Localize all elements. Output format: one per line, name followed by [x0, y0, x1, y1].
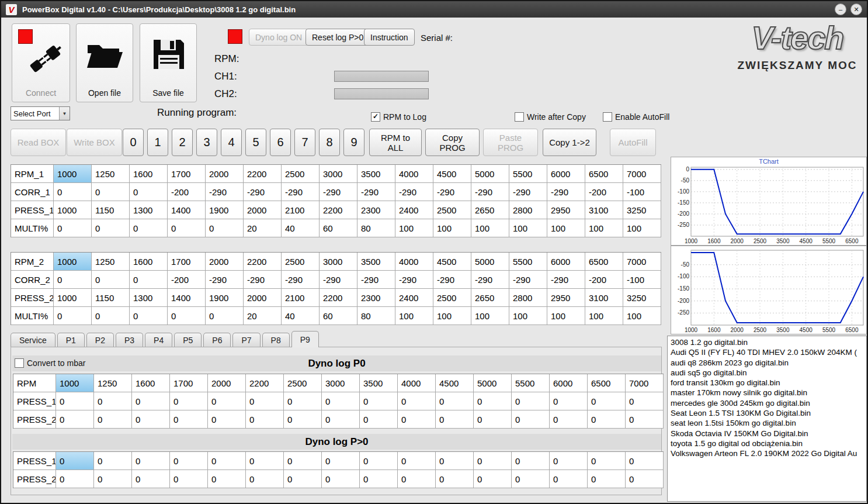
- table-cell[interactable]: 3100: [585, 289, 623, 307]
- rpm-to-log-checkbox[interactable]: ✓ RPM to Log: [371, 112, 426, 122]
- digit-button-2[interactable]: 2: [172, 129, 193, 156]
- table-cell[interactable]: 1300: [130, 201, 168, 219]
- table-cell[interactable]: 0: [246, 410, 284, 429]
- table-cell[interactable]: 100: [433, 219, 471, 237]
- table-cell[interactable]: 0: [322, 410, 360, 429]
- tab-p1[interactable]: P1: [57, 333, 85, 347]
- digit-button-3[interactable]: 3: [196, 129, 217, 156]
- minimize-button[interactable]: –: [835, 4, 846, 15]
- table-cell[interactable]: 0: [550, 392, 588, 410]
- table-cell[interactable]: 0: [284, 410, 322, 429]
- table-cell[interactable]: 0: [94, 410, 132, 429]
- table-cell[interactable]: 5000: [474, 374, 512, 392]
- table-cell[interactable]: -290: [282, 271, 320, 289]
- enable-autofill-checkbox[interactable]: ✓ Enable AutoFill: [603, 112, 669, 122]
- table-cell[interactable]: 1600: [130, 165, 168, 183]
- file-list-item[interactable]: master 170km nowy silnik go digital.bin: [671, 388, 863, 398]
- table-cell[interactable]: -290: [357, 271, 395, 289]
- table-cell[interactable]: 3100: [585, 201, 623, 219]
- table-cell[interactable]: 7000: [623, 253, 661, 271]
- table-cell[interactable]: 2950: [547, 201, 585, 219]
- table-cell[interactable]: -290: [244, 183, 282, 201]
- table-cell[interactable]: -290: [206, 271, 244, 289]
- table-cell[interactable]: 2500: [433, 201, 471, 219]
- table-cell[interactable]: 100: [623, 307, 661, 325]
- table-cell[interactable]: 0: [56, 392, 94, 410]
- table-cell[interactable]: 0: [56, 452, 94, 470]
- tab-p7[interactable]: P7: [232, 333, 260, 347]
- table-cell[interactable]: 0: [512, 470, 550, 488]
- table-cell[interactable]: -290: [395, 183, 433, 201]
- table-cell[interactable]: 0: [208, 452, 246, 470]
- table-cell[interactable]: 0: [246, 392, 284, 410]
- table-cell[interactable]: 7000: [623, 165, 661, 183]
- table-cell[interactable]: 0: [398, 470, 436, 488]
- file-list-item[interactable]: Skoda Octavia IV 150KM Go Digital.bin: [671, 429, 863, 439]
- table-cell[interactable]: 0: [206, 219, 244, 237]
- table-cell[interactable]: 3000: [320, 253, 357, 271]
- table-cell[interactable]: -290: [433, 183, 471, 201]
- table-cell[interactable]: 4000: [395, 253, 433, 271]
- table-cell[interactable]: 2200: [320, 201, 357, 219]
- table-cell[interactable]: 1000: [56, 374, 94, 392]
- table-cell[interactable]: 2300: [357, 201, 395, 219]
- table-cell[interactable]: 0: [132, 410, 170, 429]
- table-cell[interactable]: 0: [94, 392, 132, 410]
- table-cell[interactable]: 1700: [168, 253, 206, 271]
- table-cell[interactable]: 100: [395, 307, 433, 325]
- table-cell[interactable]: 6500: [588, 374, 626, 392]
- digit-button-6[interactable]: 6: [270, 129, 291, 156]
- reset-log-button[interactable]: Reset log P>0: [305, 29, 370, 46]
- table-cell[interactable]: 0: [436, 452, 474, 470]
- table-cell[interactable]: 20: [244, 307, 282, 325]
- connect-button[interactable]: Connect: [12, 23, 70, 102]
- table-cell[interactable]: 0: [170, 392, 208, 410]
- table-cell[interactable]: 0: [56, 410, 94, 429]
- table-cell[interactable]: 0: [512, 452, 550, 470]
- table-cell[interactable]: 0: [54, 271, 92, 289]
- table-cell[interactable]: 3000: [322, 374, 360, 392]
- table-cell[interactable]: 0: [54, 183, 92, 201]
- table-cell[interactable]: -200: [168, 271, 206, 289]
- table-cell[interactable]: 5000: [471, 253, 509, 271]
- table-cell[interactable]: 6000: [547, 165, 585, 183]
- table-cell[interactable]: 100: [585, 219, 623, 237]
- file-list-item[interactable]: 3008 1.2 go digital.bin: [671, 337, 863, 347]
- table-cell[interactable]: 60: [320, 307, 357, 325]
- table-cell[interactable]: 6000: [550, 374, 588, 392]
- tab-service[interactable]: Service: [11, 333, 55, 347]
- table-cell[interactable]: 100: [395, 219, 433, 237]
- table-cell[interactable]: 0: [626, 392, 664, 410]
- file-list-item[interactable]: audi q8 286km 2023 go digital.bin: [671, 358, 863, 368]
- table-cell[interactable]: 0: [92, 271, 130, 289]
- table-cell[interactable]: -200: [585, 271, 623, 289]
- table-cell[interactable]: 0: [436, 392, 474, 410]
- table-cell[interactable]: 0: [360, 410, 398, 429]
- table-cell[interactable]: 2100: [282, 289, 320, 307]
- table-cell[interactable]: 0: [360, 470, 398, 488]
- table-cell[interactable]: 2800: [509, 289, 547, 307]
- table-cell[interactable]: 100: [585, 307, 623, 325]
- table-cell[interactable]: 0: [132, 452, 170, 470]
- table-cell[interactable]: 1000: [54, 289, 92, 307]
- digit-button-1[interactable]: 1: [147, 129, 168, 156]
- table-cell[interactable]: 100: [471, 307, 509, 325]
- table-cell[interactable]: -100: [623, 183, 661, 201]
- table-cell[interactable]: 2950: [547, 289, 585, 307]
- table-cell[interactable]: 6500: [585, 165, 623, 183]
- table-cell[interactable]: 0: [92, 219, 130, 237]
- table-cell[interactable]: 2650: [471, 201, 509, 219]
- table-cell[interactable]: -290: [509, 271, 547, 289]
- table-cell[interactable]: 3000: [320, 165, 357, 183]
- table-cell[interactable]: 0: [94, 470, 132, 488]
- table-cell[interactable]: 0: [626, 470, 664, 488]
- table-cell[interactable]: 0: [246, 470, 284, 488]
- table-cell[interactable]: 1000: [54, 201, 92, 219]
- table-cell[interactable]: 100: [471, 219, 509, 237]
- table-cell[interactable]: 2650: [471, 289, 509, 307]
- table-cell[interactable]: 0: [92, 183, 130, 201]
- table-cell[interactable]: 0: [132, 470, 170, 488]
- table-cell[interactable]: 0: [550, 470, 588, 488]
- table-cell[interactable]: -290: [509, 183, 547, 201]
- table-cell[interactable]: 1700: [168, 165, 206, 183]
